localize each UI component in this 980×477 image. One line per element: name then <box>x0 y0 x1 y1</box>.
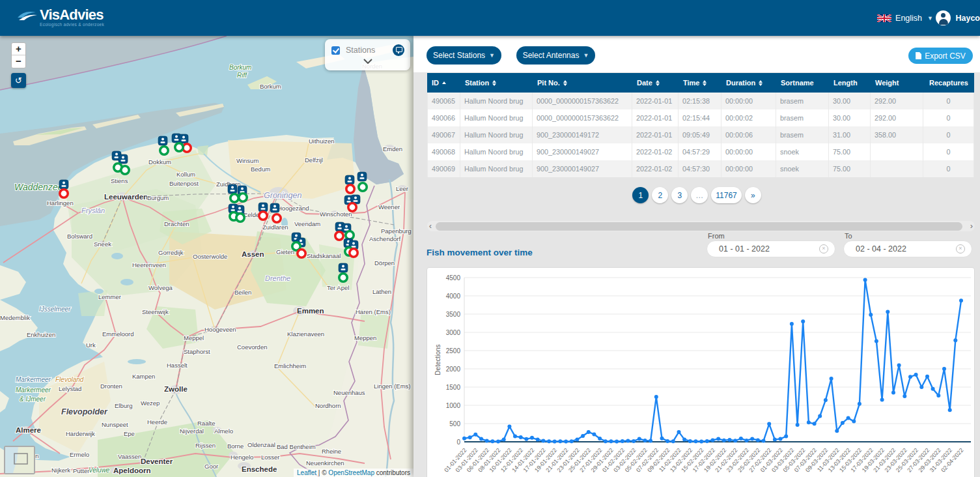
osm-link[interactable]: OpenStreetMap <box>328 469 374 476</box>
map-label: Markermeer <box>16 376 51 383</box>
station-marker-blue[interactable] <box>59 180 68 189</box>
page-button-11767[interactable]: 11767 <box>711 187 741 203</box>
map-reset-button[interactable]: ↺ <box>11 73 26 88</box>
chart-point <box>863 278 867 282</box>
chart-point <box>632 439 636 443</box>
from-date-input[interactable]: 01 - 01 - 2022× <box>707 240 835 257</box>
cell: 490066 <box>427 109 460 126</box>
select-antennas-caret-icon: ▼ <box>583 52 589 59</box>
map-label: Buitenpost <box>169 180 199 187</box>
export-csv-button[interactable]: Export CSV <box>908 48 973 64</box>
col-header-id[interactable]: ID <box>427 73 460 93</box>
station-marker-red-ring[interactable] <box>60 190 68 197</box>
station-marker-red-ring[interactable] <box>273 214 281 222</box>
station-marker-red-ring[interactable] <box>335 232 343 240</box>
zoom-in-button[interactable]: + <box>12 43 25 55</box>
map-label: Staphorst <box>184 348 210 355</box>
chart-point <box>490 439 494 443</box>
map-label: Coevorden <box>237 343 267 351</box>
table-row[interactable]: 490066Hallum Noord brug0000_000000015736… <box>427 109 974 126</box>
cell: 02:15:38 <box>679 93 721 109</box>
cell: 490069 <box>427 160 460 177</box>
select-antennas-dropdown[interactable]: Select Antennas▼ <box>516 46 595 65</box>
clear-to-icon[interactable]: × <box>956 244 965 253</box>
table-row[interactable]: 490067Hallum Noord brug900_2300001491722… <box>427 126 974 143</box>
clear-from-icon[interactable]: × <box>819 244 828 253</box>
station-marker-red-ring[interactable] <box>348 203 356 211</box>
station-marker-blue[interactable] <box>339 263 348 272</box>
map-label: Vaassen <box>118 453 141 460</box>
map-label: Zuidlaren <box>262 224 288 231</box>
cell: 0 <box>923 160 974 177</box>
col-header-duration[interactable]: Duration <box>721 73 776 93</box>
page-button-3[interactable]: 3 <box>671 187 688 203</box>
scrollbar-thumb[interactable] <box>436 222 962 231</box>
station-marker-blue[interactable] <box>119 154 128 164</box>
chart-point <box>637 437 641 441</box>
table-row[interactable]: 490069Hallum Noord brug900_2300001490272… <box>427 160 974 177</box>
zoom-out-button[interactable]: − <box>12 55 25 68</box>
map-label: Deventer <box>141 457 173 465</box>
station-marker-green-ring[interactable] <box>239 194 247 201</box>
station-marker-red-ring[interactable] <box>259 212 267 220</box>
station-marker-green-ring[interactable] <box>231 194 238 202</box>
to-date-input[interactable]: 02 - 04 - 2022× <box>843 240 972 257</box>
cell: snoek <box>776 143 829 160</box>
station-marker-blue[interactable] <box>345 175 354 184</box>
chart-point <box>592 433 596 437</box>
station-marker-green-ring[interactable] <box>121 166 129 174</box>
stations-layer-icon[interactable] <box>393 44 404 56</box>
station-marker-green-ring[interactable] <box>346 231 354 239</box>
page-button-»[interactable]: » <box>745 187 761 203</box>
map-label: Burgum <box>147 194 169 201</box>
map-layers-panel: Stations <box>325 39 410 70</box>
station-marker-green-ring[interactable] <box>339 274 347 282</box>
page-button-1[interactable]: 1 <box>632 187 649 203</box>
cell: 2022-01-01 <box>632 93 679 109</box>
table-row[interactable]: 490068Hallum Noord brug900_2300001490272… <box>427 143 974 160</box>
col-header-time[interactable]: Time <box>679 73 721 93</box>
station-marker-green-ring[interactable] <box>160 147 168 154</box>
map[interactable]: WaddenzeeHarlingenStiensLeeuwardenFryslâ… <box>0 36 413 477</box>
stations-checkbox[interactable] <box>331 46 340 55</box>
cell: 900_230000149027 <box>533 160 632 177</box>
cell: 292.00 <box>871 93 923 109</box>
station-marker-red-ring[interactable] <box>350 249 357 257</box>
station-marker-blue[interactable] <box>158 136 167 145</box>
layers-panel-collapse[interactable] <box>325 59 410 64</box>
select-stations-dropdown[interactable]: Select Stations▼ <box>427 46 501 65</box>
cell: 75.00 <box>829 160 871 177</box>
chart-point <box>660 437 664 441</box>
scroll-right-arrow[interactable]: › <box>968 221 975 231</box>
col-header-pit-no-[interactable]: Pit No. <box>533 73 632 93</box>
station-marker-green-ring[interactable] <box>359 183 367 191</box>
language-label: English <box>895 14 922 23</box>
station-marker-green-ring[interactable] <box>175 143 183 151</box>
logo[interactable]: VisAdvies Ecologisch advies & onderzoek <box>16 7 104 27</box>
map-label: Beilen <box>234 289 251 296</box>
station-marker-green-ring[interactable] <box>236 214 244 222</box>
station-marker-red-ring[interactable] <box>346 185 354 193</box>
horizontal-scrollbar[interactable]: ‹ › <box>427 221 975 231</box>
scroll-left-arrow[interactable]: ‹ <box>427 221 434 231</box>
table-row[interactable]: 490065Hallum Noord brug0000_000000015736… <box>427 93 974 109</box>
station-marker-red-ring[interactable] <box>298 250 305 257</box>
leaflet-link[interactable]: Leaflet <box>297 469 316 476</box>
minimap-control[interactable] <box>4 446 35 474</box>
map-label: Neuenhaus <box>333 389 365 396</box>
user-menu[interactable]: Hayco <box>936 10 980 25</box>
map-label: Drenthe <box>265 274 290 282</box>
page-button-…[interactable]: … <box>691 187 708 203</box>
station-marker-blue[interactable] <box>270 203 279 212</box>
station-marker-blue[interactable] <box>259 203 268 212</box>
col-header-station[interactable]: Station <box>460 73 533 93</box>
page-button-2[interactable]: 2 <box>652 187 668 203</box>
chart-point <box>615 439 619 443</box>
map-label: Almere <box>16 426 41 434</box>
col-header-date[interactable]: Date <box>632 73 679 93</box>
station-marker-blue[interactable] <box>228 184 237 194</box>
station-marker-blue[interactable] <box>357 172 367 181</box>
language-menu[interactable]: English ▼ <box>877 14 933 23</box>
map-label: Hoogezand <box>277 205 309 212</box>
station-marker-blue[interactable] <box>179 134 188 143</box>
